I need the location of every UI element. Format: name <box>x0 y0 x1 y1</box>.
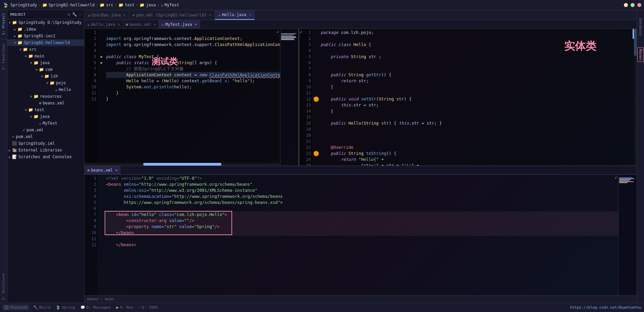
favorites-tab[interactable]: 2: Favorites <box>1 42 6 71</box>
line-numbers-bottom: 1 2 3 4 5 6 7 8 9 10 11 <box>85 175 99 295</box>
line-num: 10 <box>85 230 96 236</box>
bottom-editor-content: ✓ <box>85 175 637 295</box>
code-line <box>321 66 634 72</box>
minimap-line <box>281 39 294 40</box>
left-code-text[interactable]: import org.springframework.context.Appli… <box>105 29 280 163</box>
code-line: <beans xmlns="http://www.springframework… <box>106 181 618 187</box>
tree-item-test-java[interactable]: ▼ 📁 java <box>7 113 84 120</box>
java-icon: ☕ <box>162 22 164 27</box>
tree-item-mytest[interactable]: ▶ ☕ MyTest <box>7 120 84 127</box>
tab-close-icon[interactable]: ✕ <box>123 13 125 17</box>
maximize-button[interactable] <box>631 3 635 7</box>
bottom-code-text[interactable]: <?xml version="1.0" encoding="UTF-8"?> <… <box>105 175 618 295</box>
line-num: 11 <box>85 236 96 242</box>
bottom-panel: ≡ beans.xml ✕ ✓ <box>85 166 637 303</box>
code-line: // 获取Spring的上下文对象 <box>106 66 280 72</box>
spring-label: Spring <box>62 305 75 310</box>
code-line <box>321 126 634 132</box>
sidebar-icons: ⚙ 🔧 — <box>68 12 82 17</box>
tree-item-scratches[interactable]: ▶ 📝 Scratches and Consoles <box>7 153 84 160</box>
right-vertical-tabs: Database Maven <box>637 10 644 303</box>
maven-tab[interactable]: Maven <box>637 47 644 62</box>
tree-item-resources[interactable]: ▼ 📁 resources <box>7 93 84 100</box>
run-icon[interactable]: ▶ <box>99 60 105 66</box>
tree-item-lzh[interactable]: ▼ 📁 lzh <box>7 73 84 80</box>
messages-button[interactable]: 💬 0: Messages <box>79 305 112 310</box>
line-num: 12 <box>85 96 96 102</box>
code-line: System.out.println(hello); <box>106 84 280 90</box>
tab-close-icon[interactable]: ✕ <box>118 23 120 26</box>
tree-item-iml[interactable]: ▶ ⬛ SpringStudy.iml <box>7 140 84 147</box>
terminal-button[interactable]: ⬛ Terminal <box>3 305 29 310</box>
todo-icon: ✓ <box>139 305 141 310</box>
tree-item-src[interactable]: ▼ 📁 src <box>7 46 84 53</box>
bottom-gutter <box>99 175 105 295</box>
terminal-icon: ⬛ <box>4 305 9 310</box>
tree-item-spring01[interactable]: ▶ 📁 Spring01-ioc1 <box>7 33 84 39</box>
v-scrollbar-right[interactable] <box>634 29 637 166</box>
tab-close-icon[interactable]: ✕ <box>154 23 156 26</box>
editor-split-vertical: ✓ <box>85 29 637 303</box>
tree-item-java[interactable]: ▼ 📁 java <box>7 59 84 66</box>
tree-item-beansxml[interactable]: ▶ ≡ beans.xml <box>7 100 84 106</box>
line-num: 8 <box>85 218 96 224</box>
blog-url[interactable]: https://blog.csdn.net/QuantumYou <box>570 305 641 310</box>
xml-icon: ✓ <box>132 13 135 17</box>
code-line: "str='" + str + "'\'" + <box>321 163 634 166</box>
subtab-hello[interactable]: ☕ Hello.java ✕ <box>85 20 123 29</box>
minimap-line <box>619 178 634 179</box>
bottom-tab-beans[interactable]: ≡ beans.xml ✕ <box>85 166 120 174</box>
tree-item-hello[interactable]: ▶ ☕ Hello <box>7 86 84 93</box>
h-scrollbar-left[interactable] <box>85 163 280 166</box>
build-button[interactable]: 🔨 Build <box>32 305 52 310</box>
line-num: 12 <box>299 96 311 102</box>
tab-userdao[interactable]: ☕ UserDao.java ✕ <box>85 10 129 20</box>
minimize-icon[interactable]: — <box>79 12 82 17</box>
line-num: 16 <box>299 120 311 126</box>
tab-hello[interactable]: ☕ Hello.java ✕ <box>215 10 255 20</box>
tree-item-pojo[interactable]: ▼ 📁 pojo <box>7 80 84 86</box>
tree-item-test[interactable]: ▼ 📁 test <box>7 106 84 113</box>
project-tab[interactable]: 1: Project <box>1 11 6 36</box>
breadcrumb-beans: beans › bean <box>87 297 114 301</box>
spring-button[interactable]: 🍃 Spring <box>54 305 76 310</box>
v-scroll-thumb <box>634 29 637 56</box>
run-icon[interactable]: ▶ <box>99 54 105 60</box>
tab-pom[interactable]: ✓ pom.xml (Spring02-helloworld) ✕ <box>129 10 215 20</box>
minimize-button[interactable] <box>624 3 628 7</box>
code-line: public class MyTest { <box>106 54 280 60</box>
tab-close-icon[interactable]: ✕ <box>115 168 117 172</box>
tree-item-main[interactable]: ▼ 📁 main <box>7 53 84 59</box>
code-line <box>321 138 634 144</box>
structure-tab[interactable]: Z: Structure <box>1 272 6 301</box>
tab-close-icon[interactable]: ✕ <box>249 13 251 16</box>
tree-item-springstudy[interactable]: ▼ 📁 SpringStudy D:\SpringStudy <box>7 19 84 26</box>
subtab-beans[interactable]: ≡ beans.xml ✕ <box>123 20 159 29</box>
settings-icon[interactable]: ⚙ <box>68 12 70 17</box>
line-numbers-right: 1 2 3 4 5 6 7 8 9 10 11 <box>299 29 313 166</box>
todo-button[interactable]: ✓ 6: TODO <box>137 305 159 310</box>
tab-close-icon[interactable]: ✕ <box>195 23 197 26</box>
line-num: 20 <box>299 132 311 138</box>
tree-item-idea[interactable]: ▶ 📁 .idea <box>7 26 84 33</box>
minimap-line <box>281 33 296 34</box>
code-line: @Override <box>321 144 634 150</box>
tree-item-com[interactable]: ▼ 📁 com <box>7 66 84 73</box>
tab-close-icon[interactable]: ✕ <box>209 13 211 17</box>
tree-item-spring02[interactable]: ▼ 📁 Spring02-helloworld <box>7 39 84 46</box>
gutter-indicator-orange2: 🟠 <box>313 150 319 157</box>
line-num: 5 <box>85 199 96 206</box>
gear-icon[interactable]: 🔧 <box>72 12 77 17</box>
database-tab[interactable]: Database <box>638 17 643 37</box>
tree-item-pom[interactable]: ▶ ✓ pom.xml <box>7 127 84 133</box>
run-button[interactable]: ▶ 4: Run <box>115 305 135 310</box>
line-num: 22 <box>299 144 311 150</box>
close-button[interactable] <box>637 3 641 7</box>
messages-label: 0: Messages <box>87 305 111 310</box>
code-line: https://www.springframework.org/schema/b… <box>106 199 618 206</box>
tree-item-external[interactable]: ▶ 📚 External Libraries <box>7 147 84 153</box>
java-icon: ☕ <box>88 13 90 17</box>
tree-item-pom2[interactable]: ▶ ✓ pom.xml <box>7 133 84 140</box>
subtab-mytest[interactable]: ☕ MyTest.java ✕ <box>159 20 200 29</box>
java-icon: ☕ <box>218 12 221 17</box>
